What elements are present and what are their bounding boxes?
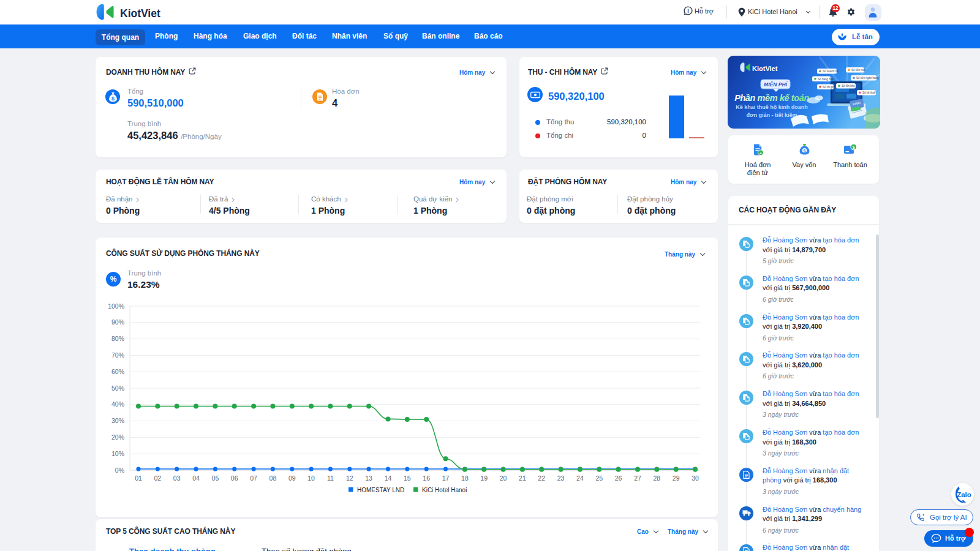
- svg-text:11: 11: [327, 474, 334, 482]
- svg-text:27: 27: [634, 474, 641, 482]
- svg-text:0%: 0%: [115, 467, 124, 474]
- svg-text:90%: 90%: [111, 318, 124, 326]
- svg-text:21: 21: [519, 474, 526, 482]
- svg-text:Phần mềm kế toán: Phần mềm kế toán: [734, 93, 809, 103]
- svg-text:28: 28: [653, 474, 660, 482]
- svg-text:09: 09: [288, 474, 296, 482]
- svg-text:Sổ tiền ngân hàng: Sổ tiền ngân hàng: [856, 76, 879, 80]
- svg-text:Sổ kê thuế: Sổ kê thuế: [862, 91, 876, 94]
- svg-text:29: 29: [673, 474, 680, 482]
- svg-text:KiCi Hotel Hanoi: KiCi Hotel Hanoi: [422, 487, 467, 493]
- svg-text:14: 14: [385, 474, 392, 482]
- svg-text:30: 30: [692, 474, 699, 482]
- svg-text:04: 04: [192, 474, 200, 482]
- svg-text:20%: 20%: [111, 433, 124, 441]
- svg-text:KiotViet: KiotViet: [752, 65, 778, 72]
- svg-text:đơn giản - tiết kiệm: đơn giản - tiết kiệm: [747, 112, 797, 118]
- svg-text:26: 26: [615, 474, 622, 482]
- svg-text:30%: 30%: [111, 417, 124, 424]
- svg-text:10: 10: [307, 474, 315, 482]
- svg-text:05: 05: [212, 474, 219, 482]
- svg-text:HOMESTAY LND: HOMESTAY LND: [357, 487, 404, 493]
- svg-text:!: !: [687, 8, 689, 14]
- svg-text:Sổ tiền mặt: Sổ tiền mặt: [851, 68, 866, 72]
- svg-text:06: 06: [231, 474, 238, 482]
- svg-text:Sổ hàng hóa: Sổ hàng hóa: [818, 77, 834, 81]
- svg-text:$: $: [852, 145, 854, 150]
- svg-text:Sổ doanh thu: Sổ doanh thu: [823, 69, 839, 73]
- svg-text:Zalo: Zalo: [957, 491, 971, 498]
- svg-text:20: 20: [500, 474, 507, 482]
- svg-text:07: 07: [250, 474, 257, 482]
- svg-text:13: 13: [365, 474, 372, 482]
- svg-text:15: 15: [404, 474, 411, 482]
- svg-text:50%: 50%: [111, 384, 124, 392]
- svg-text:12: 12: [346, 474, 353, 482]
- svg-text:19: 19: [480, 474, 488, 482]
- svg-text:Sổ tồn kho: Sổ tồn kho: [842, 84, 855, 88]
- svg-text:25: 25: [595, 474, 603, 482]
- svg-text:70%: 70%: [111, 351, 124, 359]
- svg-text:$: $: [803, 148, 805, 154]
- svg-text:60%: 60%: [111, 368, 124, 375]
- svg-text:08: 08: [270, 474, 277, 482]
- svg-text:22: 22: [538, 474, 545, 482]
- svg-text:Sổ chi phí: Sổ chi phí: [823, 85, 835, 89]
- svg-text:03: 03: [173, 474, 181, 482]
- svg-text:$: $: [111, 95, 115, 101]
- svg-text:24: 24: [576, 474, 584, 482]
- svg-text:16: 16: [423, 474, 430, 482]
- svg-text:80%: 80%: [111, 335, 124, 342]
- svg-text:23: 23: [557, 474, 565, 482]
- svg-text:100%: 100%: [108, 302, 124, 310]
- svg-text:17: 17: [442, 474, 450, 482]
- svg-text:40%: 40%: [111, 400, 124, 408]
- svg-text:MIỄN PHÍ: MIỄN PHÍ: [764, 81, 788, 88]
- svg-text:02: 02: [154, 474, 161, 482]
- svg-text:01: 01: [135, 474, 142, 482]
- svg-text:10%: 10%: [111, 450, 124, 457]
- svg-text:18: 18: [461, 474, 469, 482]
- svg-text:Kê khai thuế hộ kinh doanh: Kê khai thuế hộ kinh doanh: [736, 104, 808, 110]
